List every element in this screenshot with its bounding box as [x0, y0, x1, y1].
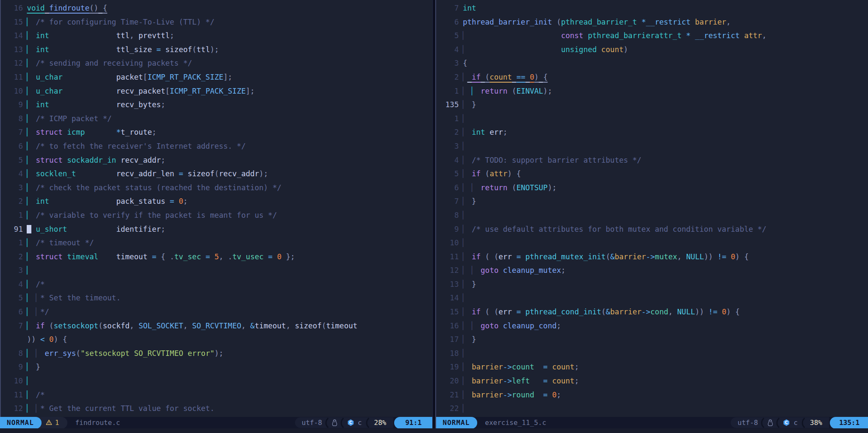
code-line[interactable]: 5▏ struct sockaddr_in recv_addr;	[7, 153, 432, 167]
code-line[interactable]: 2▏ struct timeval timeout = { .tv_sec = …	[7, 250, 432, 264]
code-line[interactable]: 1▏ /* timeout */	[7, 236, 432, 250]
code-line[interactable]: 8▏	[443, 208, 868, 222]
code-line-text: ▏ if ( (err = pthread_mutex_init(&barrie…	[463, 253, 749, 261]
code-line[interactable]: 4▏ unsigned count)	[443, 43, 868, 57]
editor-pane-left[interactable]: 16void findroute() {15▏ /* for configuri…	[0, 0, 432, 428]
code-line-text: ▏	[463, 349, 467, 358]
code-line[interactable]: 7▏ }	[443, 194, 868, 208]
code-line[interactable]: 16void findroute() {	[7, 1, 432, 15]
code-line[interactable]: 13▏ int ttl_size = sizeof(ttl);	[7, 43, 432, 57]
line-number: 10	[7, 374, 23, 388]
code-line-text: ▏ socklen_t recv_addr_len = sizeof(recv_…	[27, 169, 268, 178]
code-line[interactable]: 8▏ ▏ err_sys("setsockopt SO_RCVTIMEO err…	[7, 347, 432, 361]
code-line[interactable]: 4▏ /* TODO: support barrier attributes *…	[443, 153, 868, 167]
encoding-label: utf-8	[737, 419, 758, 427]
code-line[interactable]: 3▏	[443, 139, 868, 153]
code-line-text: ▏ u_char packet[ICMP_RT_PACK_SIZE];	[27, 73, 232, 81]
code-line[interactable]: 7▏ struct icmp *t_route;	[7, 125, 432, 139]
code-line[interactable]: 12▏ /* sending and receiving packets */	[7, 56, 432, 70]
filetype-label: c	[793, 419, 798, 427]
code-line[interactable]: 7int	[443, 1, 868, 15]
code-line[interactable]: 5▏ ▏* Set the timeout.	[7, 291, 432, 305]
code-line[interactable]: 8▏ /* ICMP packet */	[7, 112, 432, 126]
code-line[interactable]: 13▏ }	[443, 278, 868, 291]
line-number: 7	[443, 194, 459, 208]
code-line[interactable]: 22▏	[443, 402, 868, 416]
line-number: 3	[443, 56, 459, 70]
code-line[interactable]: 19▏ barrier->count = count;	[443, 360, 868, 374]
code-line[interactable]: 3▏ /* check the packet status (reached t…	[7, 181, 432, 195]
code-line-text: ▏ struct timeval timeout = { .tv_sec = 5…	[27, 253, 295, 261]
code-line[interactable]: 4▏ /*	[7, 278, 432, 291]
code-line[interactable]: 2▏ int pack_status = 0;	[7, 194, 432, 208]
line-number: 11	[7, 388, 23, 402]
code-line-text: ▏ if ( (err = pthread_cond_init(&barrier…	[463, 308, 740, 316]
editor-pane-right[interactable]: 7int6pthread_barrier_init (pthread_barri…	[436, 0, 868, 428]
code-line[interactable]: 14▏	[443, 291, 868, 305]
code-line[interactable]: 10▏	[7, 374, 432, 388]
linux-penguin-icon	[332, 419, 337, 426]
code-line-text: int	[463, 4, 476, 12]
code-line-text: ▏ /* timeout */	[27, 239, 94, 247]
code-line[interactable]: 6pthread_barrier_init (pthread_barrier_t…	[443, 15, 868, 29]
code-line[interactable]: 5▏ if (attr) {	[443, 167, 868, 181]
line-number: 15	[443, 305, 459, 319]
code-line-text: ▏ /* variable to verify if the packet is…	[27, 211, 277, 219]
code-line-text: ▏	[27, 377, 31, 385]
code-line[interactable]: 11▏ u_char packet[ICMP_RT_PACK_SIZE];	[7, 70, 432, 84]
line-number: 20	[443, 374, 459, 388]
code-line[interactable]: 6▏ ▏ return (ENOTSUP);	[443, 181, 868, 195]
code-line[interactable]: 9▏ int recv_bytes;	[7, 98, 432, 112]
code-line[interactable]: 15▏ if ( (err = pthread_cond_init(&barri…	[443, 305, 868, 319]
code-line[interactable]: 15▏ /* for configuring Time-To-Live (TTL…	[7, 15, 432, 29]
separator-crescent	[325, 418, 329, 428]
line-number: 7	[443, 1, 459, 15]
code-line[interactable]: 6▏ /* to fetch the receiver's Internet a…	[7, 139, 432, 153]
code-line[interactable]: 20▏ barrier->left = count;	[443, 374, 868, 388]
code-line[interactable]: 2▏ int err;	[443, 125, 868, 139]
code-line[interactable]: 9▏ }	[7, 360, 432, 374]
line-number: 5	[443, 29, 459, 43]
code-line[interactable]: 1▏	[443, 112, 868, 126]
code-line[interactable]: 11▏ /*	[7, 388, 432, 402]
code-line[interactable]: 17▏ }	[443, 333, 868, 347]
code-line[interactable]: 7▏ if (setsockopt(sockfd, SOL_SOCKET, SO…	[7, 319, 432, 333]
code-line[interactable]: 6▏ ▏*/	[7, 305, 432, 319]
code-line[interactable]: 2▏ if (count == 0) {	[443, 70, 868, 84]
code-line[interactable]: 11▏ if ( (err = pthread_mutex_init(&barr…	[443, 250, 868, 264]
line-number: 16	[443, 319, 459, 333]
code-line[interactable]: 14▏ int ttl, prevttl;	[7, 29, 432, 43]
line-number: 13	[443, 278, 459, 291]
code-line[interactable]: 9▏ /* use default attributes for both mu…	[443, 222, 868, 236]
code-line[interactable]: 16▏ ▏ goto cleanup_cond;	[443, 319, 868, 333]
line-number: 10	[443, 236, 459, 250]
line-number: 4	[7, 167, 23, 181]
code-line[interactable]: )) < 0) {	[7, 333, 432, 347]
code-line-text: ▏	[463, 142, 467, 150]
line-number: 9	[7, 98, 23, 112]
code-line[interactable]: 18▏	[443, 347, 868, 361]
code-line[interactable]: 1▏ /* variable to verify if the packet i…	[7, 208, 432, 222]
code-buffer-left[interactable]: 16void findroute() {15▏ /* for configuri…	[0, 0, 432, 417]
code-buffer-right[interactable]: 7int6pthread_barrier_init (pthread_barri…	[436, 0, 868, 417]
statusline-right-cluster: utf-8 C c 28%	[295, 417, 393, 428]
scroll-percent: 38%	[810, 419, 822, 427]
window-separator[interactable]	[432, 0, 436, 428]
code-line[interactable]: 10▏	[443, 236, 868, 250]
code-line[interactable]: 12▏ ▏* Get the current TTL value for soc…	[7, 402, 432, 416]
code-line[interactable]: 3▏	[7, 264, 432, 278]
separator-crescent	[801, 418, 805, 428]
command-line[interactable]	[0, 428, 868, 433]
code-line[interactable]: 4▏ socklen_t recv_addr_len = sizeof(recv…	[7, 167, 432, 181]
code-line[interactable]: 91 u_short identifier;	[7, 222, 432, 236]
line-number: 2	[443, 70, 459, 84]
code-line[interactable]: 5▏ const pthread_barrierattr_t * __restr…	[443, 29, 868, 43]
editor-splits: 16void findroute() {15▏ /* for configuri…	[0, 0, 868, 428]
code-line[interactable]: 3{	[443, 56, 868, 70]
line-number: 11	[443, 250, 459, 264]
code-line[interactable]: 21▏ barrier->round = 0;	[443, 388, 868, 402]
code-line[interactable]: 10▏ u_char recv_packet[ICMP_RT_PACK_SIZE…	[7, 84, 432, 98]
code-line[interactable]: 12▏ ▏ goto cleanup_mutex;	[443, 264, 868, 278]
code-line[interactable]: 135▏ }	[443, 98, 868, 112]
code-line[interactable]: 1▏ ▏ return (EINVAL);	[443, 84, 868, 98]
